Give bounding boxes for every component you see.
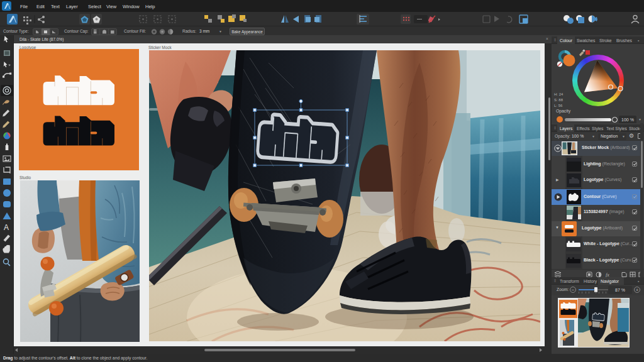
svg-text:A: A	[4, 223, 9, 232]
